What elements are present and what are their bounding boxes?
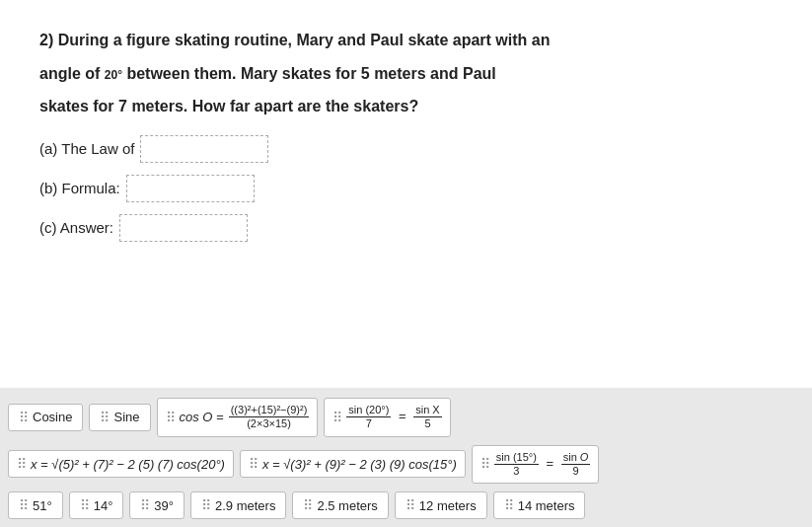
btn-14-label: 14° (94, 498, 113, 513)
question-line2: angle of 20° between them. Mary skates f… (39, 57, 773, 91)
sin-fraction-button[interactable]: ⠿ sin (20°) 7 = sin X 5 (324, 398, 450, 436)
cos-o-drag-handle: ⠿ (166, 410, 175, 425)
btn-12-label: 12 meters (419, 498, 477, 513)
part-c-label: (c) Answer: (39, 219, 113, 236)
toolbar-area: ⠿ Cosine ⠿ Sine ⠿ cos O = ((3)²+(15)²−(9… (0, 388, 812, 527)
parts-area: (a) The Law of (b) Formula: (c) Answer: (39, 135, 773, 242)
question-area: 2) During a figure skating routine, Mary… (0, 0, 812, 388)
btn-12-button[interactable]: ⠿ 12 meters (395, 491, 487, 519)
part-b-box[interactable] (126, 175, 255, 202)
cosine-drag-handle: ⠿ (19, 410, 28, 425)
eq1-drag-handle: ⠿ (17, 456, 26, 472)
btn-25-drag-handle: ⠿ (303, 497, 312, 513)
btn-14m-label: 14 meters (518, 498, 575, 513)
question-line3-text: skates for 7 meters. How far apart are t… (39, 98, 418, 114)
cosine-button[interactable]: ⠿ Cosine (8, 404, 83, 431)
cosine-label: Cosine (33, 410, 72, 424)
eq1-button[interactable]: ⠿ x = √(5)² + (7)² − 2 (5) (7) cos(20°) (8, 450, 234, 478)
sin-fraction: sin (20°) 7 = sin X 5 (346, 404, 441, 430)
btn-51-button[interactable]: ⠿ 51° (8, 491, 63, 519)
eq2-button[interactable]: ⠿ x = √(3)² + (9)² − 2 (3) (9) cos(15°) (240, 450, 466, 478)
cos-o-fraction: ((3)²+(15)²−(9)²) (2×3×15) (229, 404, 310, 430)
btn-14-button[interactable]: ⠿ 14° (69, 491, 124, 519)
question-text: 2) During a figure skating routine, Mary… (39, 24, 773, 57)
question-line3: skates for 7 meters. How far apart are t… (39, 90, 773, 123)
sin-fraction-drag-handle: ⠿ (332, 410, 341, 425)
part-a-box[interactable] (140, 135, 268, 163)
sin-fraction2: sin (15°) 3 = sin O 9 (494, 451, 591, 478)
btn-51-drag-handle: ⠿ (19, 497, 28, 513)
btn-29-label: 2.9 meters (215, 498, 275, 513)
btn-14m-drag-handle: ⠿ (504, 497, 513, 513)
btn-25-button[interactable]: ⠿ 2.5 meters (292, 491, 388, 519)
btn-14m-button[interactable]: ⠿ 14 meters (493, 491, 586, 519)
cos-o-text: cos O = (180, 410, 224, 424)
eq2-drag-handle: ⠿ (249, 456, 258, 472)
part-a-label: (a) The Law of (39, 140, 134, 157)
part-b-row: (b) Formula: (39, 175, 773, 202)
btn-29-drag-handle: ⠿ (201, 497, 210, 513)
main-container: 2) During a figure skating routine, Mary… (0, 0, 812, 527)
sin-fraction2-drag-handle: ⠿ (480, 456, 489, 472)
sine-label: Sine (113, 410, 139, 424)
question-number: 2) During a figure skating routine, Mary… (39, 32, 550, 48)
btn-39-drag-handle: ⠿ (140, 497, 149, 513)
sine-button[interactable]: ⠿ Sine (89, 404, 150, 431)
btn-14-drag-handle: ⠿ (80, 497, 89, 513)
btn-25-label: 2.5 meters (317, 498, 377, 513)
part-c-row: (c) Answer: (39, 214, 773, 242)
toolbar-row2: ⠿ x = √(5)² + (7)² − 2 (5) (7) cos(20°) … (8, 445, 804, 484)
part-b-label: (b) Formula: (39, 180, 120, 196)
part-a-row: (a) The Law of (39, 135, 773, 163)
cos-o-button[interactable]: ⠿ cos O = ((3)²+(15)²−(9)²) (2×3×15) (157, 398, 319, 436)
sine-drag-handle: ⠿ (100, 410, 109, 425)
btn-51-label: 51° (33, 498, 52, 513)
toolbar-row1: ⠿ Cosine ⠿ Sine ⠿ cos O = ((3)²+(15)²−(9… (8, 398, 804, 436)
part-c-box[interactable] (119, 214, 248, 242)
btn-39-button[interactable]: ⠿ 39° (129, 491, 185, 519)
toolbar-row3: ⠿ 51° ⠿ 14° ⠿ 39° ⠿ 2.9 meters ⠿ 2.5 met… (8, 491, 804, 519)
eq2-text: x = √(3)² + (9)² − 2 (3) (9) cos(15°) (262, 457, 457, 472)
eq1-text: x = √(5)² + (7)² − 2 (5) (7) cos(20°) (31, 457, 225, 472)
question-line2-text: angle of 20° between them. Mary skates f… (39, 65, 496, 82)
btn-12-drag-handle: ⠿ (406, 497, 414, 513)
btn-29-button[interactable]: ⠿ 2.9 meters (190, 491, 286, 519)
sin-fraction2-button[interactable]: ⠿ sin (15°) 3 = sin O 9 (472, 445, 600, 484)
btn-39-label: 39° (154, 498, 174, 513)
